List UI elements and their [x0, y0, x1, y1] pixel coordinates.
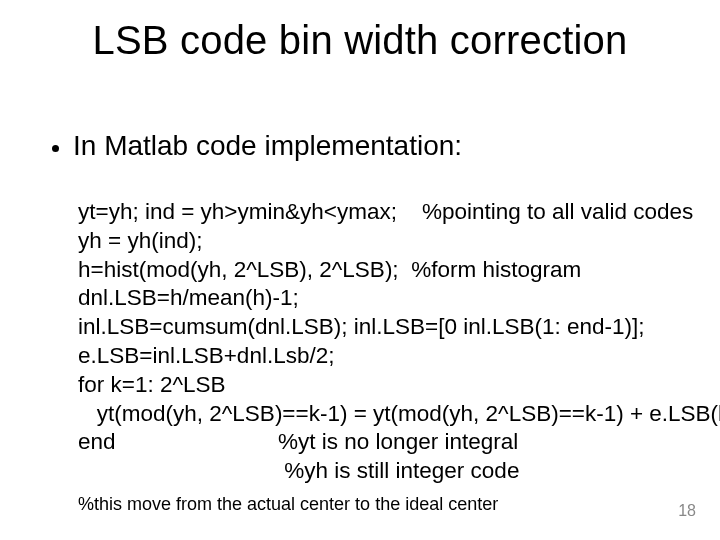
code-line: dnl.LSB=h/mean(h)-1;	[78, 285, 299, 310]
code-line: for k=1: 2^LSB	[78, 372, 226, 397]
code-block: yt=yh; ind = yh>ymin&yh<ymax; %pointing …	[78, 198, 680, 486]
code-line: yt(mod(yh, 2^LSB)==k-1) = yt(mod(yh, 2^L…	[78, 401, 720, 426]
code-line: %yh is still integer code	[78, 458, 519, 483]
bullet-text: In Matlab code implementation:	[73, 130, 462, 162]
page-number: 18	[678, 502, 696, 520]
code-line: yt=yh; ind = yh>ymin&yh<ymax; %pointing …	[78, 199, 693, 224]
footnote-text: %this move from the actual center to the…	[78, 494, 498, 515]
code-line: inl.LSB=cumsum(dnl.LSB); inl.LSB=[0 inl.…	[78, 314, 645, 339]
code-line: yh = yh(ind);	[78, 228, 202, 253]
code-line: e.LSB=inl.LSB+dnl.Lsb/2;	[78, 343, 334, 368]
bullet-row: In Matlab code implementation:	[52, 130, 462, 162]
code-line: h=hist(mod(yh, 2^LSB), 2^LSB); %form his…	[78, 257, 581, 282]
slide-title: LSB code bin width correction	[0, 18, 720, 63]
bullet-dot-icon	[52, 145, 59, 152]
slide: LSB code bin width correction In Matlab …	[0, 0, 720, 540]
code-line: end %yt is no longer integral	[78, 429, 518, 454]
